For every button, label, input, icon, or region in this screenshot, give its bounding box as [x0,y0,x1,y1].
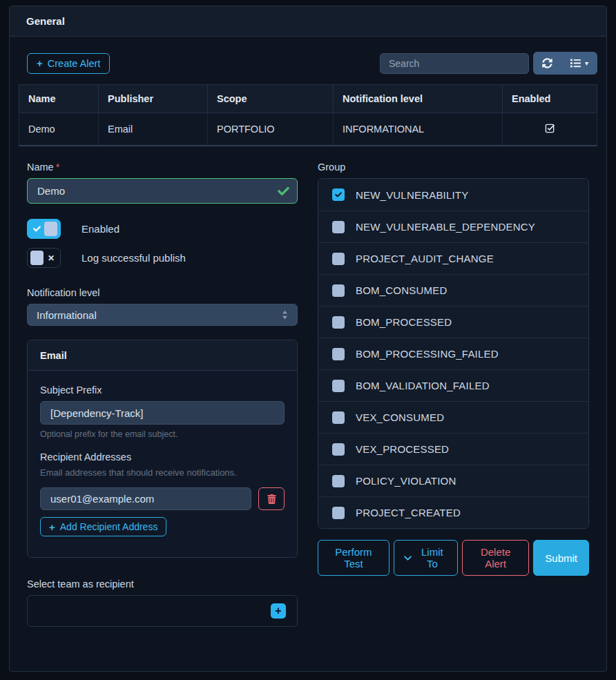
search-input[interactable] [380,53,529,74]
checkbox-unchecked-icon[interactable] [332,348,345,360]
cell-publisher: Email [99,113,208,146]
add-recipient-button[interactable]: + Add Recipient Address [40,517,166,536]
notification-level-label: Notification level [27,287,298,298]
cell-enabled [503,113,597,146]
email-panel-title: Email [40,350,67,361]
name-input[interactable] [27,178,298,204]
form-left-column: Name* Enabled ✕ [27,162,298,627]
cell-notification-level: INFORMATIONAL [334,113,503,146]
toggle-x-icon: ✕ [48,253,55,263]
checkbox-unchecked-icon[interactable] [332,380,345,392]
enabled-toggle[interactable] [27,219,61,239]
group-item[interactable]: NEW_VULNERABLE_DEPENDENCY [318,211,588,242]
checkbox-unchecked-icon[interactable] [332,443,345,456]
group-item[interactable]: POLICY_VIOLATION [318,465,588,496]
email-panel: Email Subject Prefix Optional prefix for… [27,340,298,558]
group-item[interactable]: VEX_CONSUMED [318,401,588,433]
plus-icon: + [49,522,55,532]
checkbox-unchecked-icon[interactable] [332,475,345,487]
group-item-label: BOM_CONSUMED [356,284,447,296]
create-alert-button[interactable]: + Create Alert [27,53,110,74]
plus-icon: + [275,605,281,616]
notification-level-value: Informational [37,309,97,321]
add-team-button[interactable]: + [271,603,286,619]
group-item[interactable]: VEX_PROCESSED [318,433,588,465]
table-toolbar-button-group: ▾ [533,52,597,75]
group-item-label: POLICY_VIOLATION [356,475,456,487]
toggle-check-icon [33,225,41,233]
recipient-address-input[interactable] [40,487,251,510]
cell-scope: PORTFOLIO [208,113,334,146]
checkbox-checked-icon[interactable] [332,188,345,201]
recipient-addresses-label: Recipient Addresses [40,451,285,463]
enabled-toggle-label: Enabled [81,223,119,235]
subject-prefix-help: Optional prefix for the email subject. [40,429,285,439]
create-alert-label: Create Alert [48,58,101,69]
group-item[interactable]: NEW_VULNERABILITY [318,179,588,211]
chevron-down-icon [404,554,412,563]
caret-down-icon: ▾ [585,59,588,67]
subject-prefix-label: Subject Prefix [40,385,285,396]
submit-button[interactable]: Submit [533,540,589,576]
group-item-label: PROJECT_CREATED [356,507,461,518]
group-item[interactable]: PROJECT_CREATED [318,496,588,528]
email-panel-header: Email [28,340,297,371]
toolbar-right: ▾ [380,52,597,75]
group-item[interactable]: BOM_CONSUMED [318,274,588,306]
limit-to-button[interactable]: Limit To [394,540,458,576]
log-publish-toggle[interactable]: ✕ [27,248,61,268]
column-header-publisher[interactable]: Publisher [99,85,208,113]
column-header-enabled[interactable]: Enabled [503,85,597,113]
group-item-label: PROJECT_AUDIT_CHANGE [356,253,494,264]
column-header-name[interactable]: Name [19,85,99,113]
checkbox-unchecked-icon[interactable] [332,316,345,329]
card-body: + Create Alert ▾ [10,37,606,651]
alert-form: Name* Enabled ✕ [19,162,597,627]
add-recipient-label: Add Recipient Address [60,521,158,532]
refresh-button[interactable] [533,52,561,75]
group-item-label: NEW_VULNERABILITY [356,189,468,201]
required-asterisk: * [56,162,60,173]
checkbox-unchecked-icon[interactable] [332,221,345,233]
checkbox-unchecked-icon[interactable] [332,253,345,265]
group-item-label: BOM_VALIDATION_FAILED [356,380,490,391]
name-label: Name* [27,162,298,173]
subject-prefix-input[interactable] [40,401,285,425]
checkbox-unchecked-icon[interactable] [332,507,345,519]
group-item[interactable]: BOM_PROCESSED [318,306,588,338]
checkbox-unchecked-icon[interactable] [332,411,345,424]
recipient-row [40,487,285,510]
toggle-knob [44,222,57,236]
group-item-label: NEW_VULNERABLE_DEPENDENCY [356,221,535,233]
plus-icon: + [37,58,43,68]
delete-recipient-button[interactable] [258,487,285,510]
group-item[interactable]: PROJECT_AUDIT_CHANGE [318,242,588,274]
group-item-label: VEX_PROCESSED [356,443,449,455]
group-item[interactable]: BOM_PROCESSING_FAILED [318,338,588,369]
limit-to-label: Limit To [417,546,447,570]
column-header-scope[interactable]: Scope [208,85,334,113]
perform-test-label: Perform Test [328,546,379,570]
group-item[interactable]: BOM_VALIDATION_FAILED [318,369,588,401]
group-list: NEW_VULNERABILITYNEW_VULNERABLE_DEPENDEN… [318,178,589,529]
general-card: General + Create Alert ▾ [9,6,607,672]
notification-level-select[interactable]: Informational [27,304,298,326]
perform-test-button[interactable]: Perform Test [318,540,389,576]
alerts-table: Name Publisher Scope Notification level … [19,84,597,146]
enabled-toggle-row: Enabled [27,219,298,239]
group-item-label: VEX_CONSUMED [356,411,444,423]
columns-dropdown-button[interactable]: ▾ [561,52,597,75]
table-row[interactable]: Demo Email PORTFOLIO INFORMATIONAL [19,113,597,146]
columns-list-icon [570,58,581,68]
submit-label: Submit [545,552,577,564]
card-header: General [10,6,606,37]
name-input-wrap [27,178,298,204]
refresh-icon [542,58,552,68]
delete-alert-button[interactable]: Delete Alert [462,540,530,576]
checkbox-unchecked-icon[interactable] [332,284,345,297]
column-header-notification-level[interactable]: Notification level [334,85,503,113]
delete-alert-label: Delete Alert [472,546,519,570]
recipient-addresses-help: Email addresses that should receive noti… [40,467,285,478]
cell-name: Demo [19,113,99,146]
team-recipient-label: Select team as recipient [27,579,298,590]
